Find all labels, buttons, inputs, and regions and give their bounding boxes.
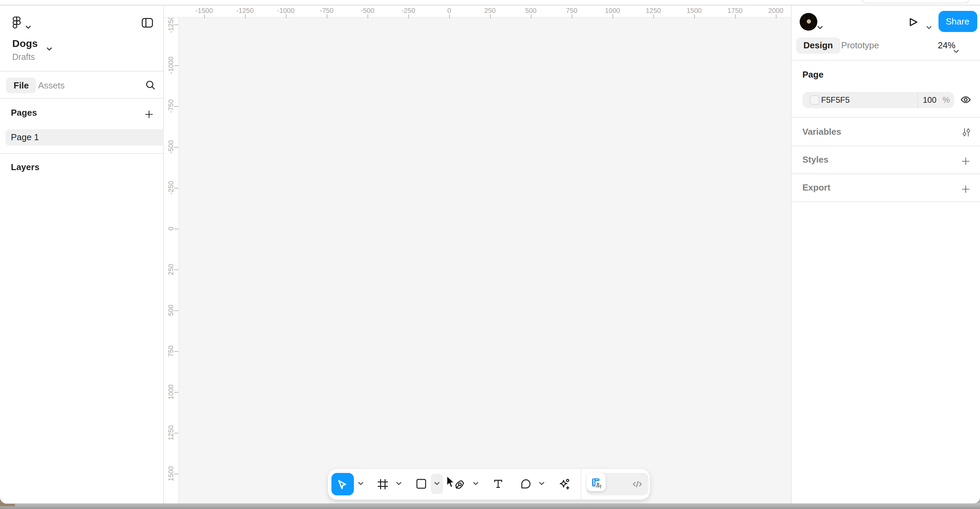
pen-icon [454,478,466,490]
add-page-icon[interactable] [145,109,153,121]
actions-button[interactable] [555,469,572,499]
tab-design[interactable]: Design [796,37,840,54]
pen-tool-chevron-icon[interactable] [471,469,480,499]
ruler-tick-h [327,14,327,18]
comment-tool-button[interactable] [517,469,533,499]
sidebar-divider [0,98,163,99]
document-title[interactable]: Dogs [12,37,38,50]
figma-logo-icon[interactable] [12,16,21,31]
ruler-label-h: -1500 [195,7,213,14]
mode-segmented-control [586,472,648,495]
add-style-icon[interactable] [962,156,970,168]
text-tool-button[interactable] [490,469,506,499]
ruler-tick-v [174,188,178,188]
panel-divider [791,146,980,146]
document-title-chevron-icon[interactable] [46,41,52,54]
ruler-tick-h [245,14,246,18]
ruler-label-h: -250 [401,7,415,14]
frame-tool-chevron-icon[interactable] [394,469,403,499]
shape-tool-chevron-icon[interactable] [432,469,442,499]
panel-divider [791,60,980,60]
ruler-label-h: 0 [447,7,451,14]
ruler-tick-v [174,24,178,25]
move-tool-button[interactable] [331,472,353,495]
input-separator [917,92,918,108]
ruler-label-h: -750 [320,7,334,14]
ruler-tick-v [174,269,178,270]
ruler-label-h: 1000 [605,7,620,14]
bottom-toolbar [328,469,650,499]
main-menu-chevron-icon[interactable] [25,20,31,32]
ruler-label-h: -500 [361,7,374,14]
present-chevron-icon[interactable] [926,20,932,32]
comment-tool-chevron-icon[interactable] [537,469,546,499]
avatar-chevron-icon[interactable] [817,20,823,32]
zoom-chevron-icon[interactable] [953,43,959,56]
tab-prototype[interactable]: Prototype [841,37,879,54]
sidebar-divider [0,71,163,72]
ruler-label-h: 1750 [727,7,743,14]
move-tool-chevron-icon[interactable] [356,469,365,499]
shape-tool-button[interactable] [413,469,429,499]
pen-tool-button[interactable] [452,469,468,499]
ruler-tick-v [174,65,178,66]
layers-header: Layers [11,159,40,176]
cutoff-popover-edge [862,0,969,3]
sidebar-top-row [0,11,163,33]
add-export-icon[interactable] [962,184,970,196]
opacity-unit: % [943,92,950,108]
frame-tool-button[interactable] [375,469,391,499]
ruler-label-v: 500 [167,304,175,315]
ruler-tick-h [735,14,736,18]
panel-divider [791,117,980,118]
ruler-tick-h [776,14,776,18]
visibility-eye-icon[interactable] [960,94,971,107]
left-sidebar: Dogs Drafts File Assets Pages Page 1 [0,5,164,503]
share-button[interactable]: Share [938,11,977,32]
desktop-edge-strip [0,503,980,509]
color-swatch[interactable] [810,95,819,105]
color-hex-value[interactable]: F5F5F5 [821,92,850,108]
search-icon[interactable] [146,80,155,92]
right-panel: Share Design Prototype 24% Page F5F5F5 1… [791,5,980,503]
ruler-label-h: -1000 [277,7,294,14]
ruler-tick-v [174,473,178,474]
avatar[interactable] [799,13,817,30]
toggle-sidebar-icon[interactable] [142,18,153,30]
ruler-tick-v [174,391,178,392]
ruler-tick-h [286,14,286,18]
ruler-label-v: -250 [167,181,175,194]
ruler-label-h: 2000 [768,7,784,14]
ruler-tick-h [694,14,695,18]
canvas-viewport[interactable]: -1500-1250-1000-750-500-2500250500750100… [164,5,791,503]
ruler-horizontal: -1500-1250-1000-750-500-2500250500750100… [164,5,791,17]
styles-section-header[interactable]: Styles [802,152,829,168]
opacity-value[interactable]: 100 [923,92,937,108]
export-section-header[interactable]: Export [802,180,830,196]
ruler-tick-h [408,14,409,18]
page-color-input[interactable]: F5F5F5 100 % [802,92,954,108]
sidebar-divider [0,153,163,153]
variables-sliders-icon[interactable] [962,127,971,140]
page-list-item[interactable]: Page 1 [5,129,166,146]
tab-file[interactable]: File [6,77,37,93]
code-icon [632,479,642,489]
dev-mode-button[interactable] [628,472,646,495]
document-location[interactable]: Drafts [12,52,35,63]
ruler-tick-v [174,228,178,229]
ruler-tick-v [174,351,178,352]
variables-section-header[interactable]: Variables [802,124,841,140]
draw-squiggle-icon [594,479,604,489]
window-top-strip [0,0,980,5]
draw-mode-button[interactable] [590,472,608,495]
ruler-tick-h [204,14,205,18]
ruler-label-v: -500 [167,140,175,153]
ruler-tick-v [174,433,178,433]
ruler-label-v: 750 [167,345,175,356]
ruler-label-v: -1000 [167,56,175,73]
rectangle-icon [415,479,426,489]
zoom-level[interactable]: 24% [938,37,956,54]
present-play-icon[interactable] [908,17,918,30]
tab-assets[interactable]: Assets [38,77,65,93]
ruler-label-v: 250 [167,263,175,275]
